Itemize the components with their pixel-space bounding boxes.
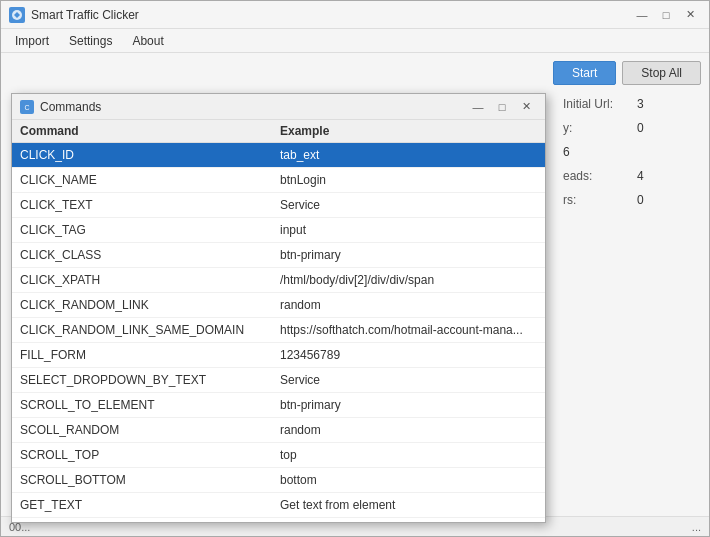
row-example-9: Service — [272, 368, 545, 392]
table-row[interactable]: FILL_FORM 123456789 — [12, 343, 545, 368]
minimize-button[interactable]: — — [631, 6, 653, 24]
menu-import[interactable]: Import — [5, 29, 59, 52]
menu-bar: Import Settings About — [1, 29, 709, 53]
modal-content: Command Example CLICK_ID tab_ext CLICK_N… — [12, 120, 545, 522]
row-example-7: https://softhatch.com/hotmail-account-ma… — [272, 318, 545, 342]
row-example-6: random — [272, 293, 545, 317]
row-command-5: CLICK_XPATH — [12, 268, 272, 292]
row-command-8: FILL_FORM — [12, 343, 272, 367]
table-row[interactable]: CLICK_RANDOM_LINK_SAME_DOMAIN https://so… — [12, 318, 545, 343]
maximize-button[interactable]: □ — [655, 6, 677, 24]
row-command-6: CLICK_RANDOM_LINK — [12, 293, 272, 317]
close-button[interactable]: ✕ — [679, 6, 701, 24]
table-row[interactable]: GET_TEXT Get text from element — [12, 493, 545, 518]
row-example-4: btn-primary — [272, 243, 545, 267]
table-row[interactable]: SCROLL_TOP top — [12, 443, 545, 468]
row-command-9: SELECT_DROPDOWN_BY_TEXT — [12, 368, 272, 392]
row-example-3: input — [272, 218, 545, 242]
app-icon — [9, 7, 25, 23]
row-command-2: CLICK_TEXT — [12, 193, 272, 217]
svg-text:C: C — [24, 104, 29, 111]
row-example-12: top — [272, 443, 545, 467]
main-window: Smart Traffic Clicker — □ ✕ Import Setti… — [0, 0, 710, 537]
row-example-0: tab_ext — [272, 143, 545, 167]
table-row[interactable]: SCROLL_BOTTOM bottom — [12, 468, 545, 493]
table-body: CLICK_ID tab_ext CLICK_NAME btnLogin CLI… — [12, 143, 545, 522]
menu-settings[interactable]: Settings — [59, 29, 122, 52]
row-example-10: btn-primary — [272, 393, 545, 417]
row-example-2: Service — [272, 193, 545, 217]
table-row[interactable]: CLICK_TAG input — [12, 218, 545, 243]
table-row[interactable]: CLICK_RANDOM_LINK random — [12, 293, 545, 318]
table-row[interactable]: SCROLL_TO_ELEMENT btn-primary — [12, 393, 545, 418]
row-example-5: /html/body/div[2]/div/div/span — [272, 268, 545, 292]
app-title: Smart Traffic Clicker — [31, 8, 631, 22]
row-command-1: CLICK_NAME — [12, 168, 272, 192]
header-example: Example — [272, 124, 545, 138]
title-bar-controls: — □ ✕ — [631, 6, 701, 24]
row-command-13: SCROLL_BOTTOM — [12, 468, 272, 492]
row-command-7: CLICK_RANDOM_LINK_SAME_DOMAIN — [12, 318, 272, 342]
table-row[interactable]: SCOLL_RANDOM random — [12, 418, 545, 443]
title-bar: Smart Traffic Clicker — □ ✕ — [1, 1, 709, 29]
menu-about[interactable]: About — [122, 29, 173, 52]
table-row[interactable]: CLICK_ID tab_ext — [12, 143, 545, 168]
row-example-8: 123456789 — [272, 343, 545, 367]
table-row[interactable]: CLICK_XPATH /html/body/div[2]/div/div/sp… — [12, 268, 545, 293]
row-command-4: CLICK_CLASS — [12, 243, 272, 267]
row-example-13: bottom — [272, 468, 545, 492]
table-row[interactable]: CLICK_NAME btnLogin — [12, 168, 545, 193]
row-command-3: CLICK_TAG — [12, 218, 272, 242]
row-example-1: btnLogin — [272, 168, 545, 192]
header-command: Command — [12, 124, 272, 138]
row-example-14: Get text from element — [272, 493, 545, 517]
modal-title: Commands — [40, 100, 467, 114]
table-row[interactable]: CLICK_TEXT Service — [12, 193, 545, 218]
modal-title-bar: C Commands — □ ✕ — [12, 94, 545, 120]
row-command-12: SCROLL_TOP — [12, 443, 272, 467]
row-command-14: GET_TEXT — [12, 493, 272, 517]
modal-maximize-button[interactable]: □ — [491, 98, 513, 116]
row-command-10: SCROLL_TO_ELEMENT — [12, 393, 272, 417]
modal-overlay: C Commands — □ ✕ Command Example — [1, 53, 709, 536]
commands-modal: C Commands — □ ✕ Command Example — [11, 93, 546, 523]
modal-icon: C — [20, 100, 34, 114]
modal-close-button[interactable]: ✕ — [515, 98, 537, 116]
row-example-11: random — [272, 418, 545, 442]
row-command-0: CLICK_ID — [12, 143, 272, 167]
app-content: Start Stop All Initial Url: 3 y: 0 6 ead… — [1, 53, 709, 536]
table-row[interactable]: SELECT_DROPDOWN_BY_TEXT Service — [12, 368, 545, 393]
modal-controls: — □ ✕ — [467, 98, 537, 116]
table-header: Command Example — [12, 120, 545, 143]
modal-minimize-button[interactable]: — — [467, 98, 489, 116]
table-row[interactable]: CLICK_CLASS btn-primary — [12, 243, 545, 268]
row-command-11: SCOLL_RANDOM — [12, 418, 272, 442]
